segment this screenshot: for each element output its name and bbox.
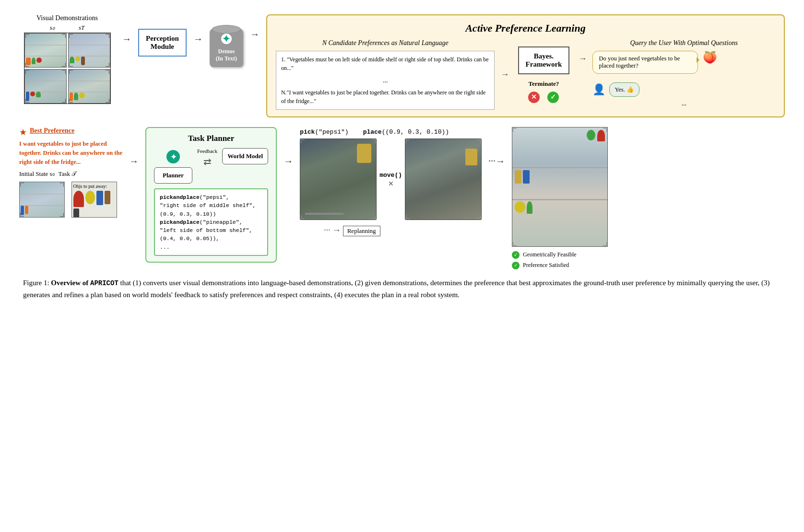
chat-bubble-user: Yes. 👍 xyxy=(609,82,639,97)
query-ellipsis: ... xyxy=(592,100,775,107)
apl-title: Active Preference Learning xyxy=(276,22,775,35)
visual-demos-column: Visual Demonstrations s₀ sT xyxy=(19,14,115,104)
satisfied-label: Preference Satisfied xyxy=(523,262,569,268)
caption-overview-bold: Overview of xyxy=(51,279,88,287)
code-line-6: (0.4, 0.0, 0.05)), xyxy=(160,234,262,243)
demo-cell-2 xyxy=(68,33,110,68)
sT-label: sT xyxy=(79,24,84,32)
move-label: move() xyxy=(379,172,402,179)
world-model-box: World Model xyxy=(222,148,268,164)
ellipsis-mid: ... xyxy=(281,75,490,85)
objs-label: Objs to put away: xyxy=(73,184,115,189)
feedback-arrows: ⇄ xyxy=(203,156,212,167)
task-planner-column: Task Planner ✦ Planner Feedback ⇄ World … xyxy=(145,127,277,263)
move-arrows: ✕ xyxy=(388,180,394,188)
bottom-section: ★ Best Preference I want vegetables to j… xyxy=(19,127,785,270)
world-model-label: World Model xyxy=(227,152,263,160)
perception-module-box: PerceptionModule xyxy=(138,29,187,57)
openai-icon: ✦ xyxy=(221,34,232,44)
chat-bubble-assistant: Do you just need vegetables to be placed… xyxy=(592,51,698,74)
chat-assistant-row: Do you just need vegetables to be placed… xyxy=(592,51,775,79)
caption-apricot: APRICOT xyxy=(90,279,118,287)
final-fridge-img xyxy=(512,127,607,246)
arrow-bayes-to-query: → xyxy=(578,54,587,64)
final-fridge-image xyxy=(512,127,608,247)
robot-imgs-row: move() ✕ xyxy=(300,139,482,220)
feasible-row: ✓ Geometrically Feasible xyxy=(512,250,577,260)
code-line-1: pickandplace("pepsi", xyxy=(160,193,262,201)
yes-circle: ✓ xyxy=(547,92,559,103)
code-line-7: ... xyxy=(160,243,262,251)
state-cell-task: Objs to put away: xyxy=(71,182,117,218)
fridge-shelf-2 xyxy=(512,199,607,200)
demo-grid xyxy=(24,33,111,104)
initial-state-label: Initial State s₀ xyxy=(19,170,55,178)
arrow-to-replanning: → xyxy=(332,225,341,235)
best-pref-text: I want vegetables to just be placed toge… xyxy=(19,139,122,166)
best-pref-title: Best Preference xyxy=(30,127,74,135)
bayes-framework-box: Bayes.Framework xyxy=(518,46,570,74)
best-pref-title-row: ★ Best Preference xyxy=(19,127,122,138)
star-icon: ★ xyxy=(19,127,27,138)
peach-icon: 🍑 xyxy=(703,51,717,64)
no-circle: ✕ xyxy=(528,92,540,103)
shelf-line xyxy=(305,213,343,215)
candidate-1-text: 1. "Vegetables must be on left side of m… xyxy=(281,55,490,72)
yes-no-row: ✕ ✓ xyxy=(528,92,559,103)
satisfied-check: ✓ xyxy=(512,262,520,269)
candidates-column: N Candidate Preferences as Natural Langu… xyxy=(276,39,495,110)
planner-title: Task Planner xyxy=(154,134,268,143)
code-line-5: "left side of bottom shelf", xyxy=(160,226,262,234)
bayes-title: Bayes.Framework xyxy=(526,52,562,69)
main-container: Visual Demonstrations s₀ sT xyxy=(19,14,785,301)
code-line-4: pickandplace("pineapple", xyxy=(160,218,262,226)
state-cell-initial xyxy=(19,182,65,218)
task-objects xyxy=(73,191,115,218)
dots-replanning-row: ··· → Replanning xyxy=(300,224,482,236)
code-box: pickandplace("pepsi", "right side of mid… xyxy=(154,188,268,256)
robot-labels-row: pick("pepsi") place((0.9, 0.3, 0.10)) xyxy=(300,127,482,136)
task-label: Task 𝒯 xyxy=(59,170,76,178)
code-line-3: (0.9, 0.3, 0.10)) xyxy=(160,210,262,218)
demos-cylinder: ✦ Demos(In Text) xyxy=(210,29,243,67)
robot-images-column: pick("pepsi") place((0.9, 0.3, 0.10)) xyxy=(300,127,482,236)
drink-obj xyxy=(73,208,79,218)
s0-label: s₀ xyxy=(50,24,55,32)
apl-inner: N Candidate Preferences as Natural Langu… xyxy=(276,39,775,110)
pepper-obj xyxy=(73,191,84,207)
query-column: Query the User With Optimal Questions Do… xyxy=(592,39,775,110)
feasible-check: ✓ xyxy=(512,251,520,259)
demos-box: ✦ Demos(In Text) xyxy=(210,29,243,67)
final-mustard xyxy=(515,170,521,184)
fridge-shelf-1 xyxy=(512,167,607,168)
arrow-candidates-to-bayes: → xyxy=(500,69,509,80)
final-pineapple xyxy=(515,201,525,213)
final-pepsi xyxy=(523,170,530,184)
bayes-column: Bayes.Framework Terminate? ✕ ✓ xyxy=(515,39,572,110)
user-avatar-icon: 👤 xyxy=(592,83,605,96)
chat-question-text: Do you just need vegetables to be placed… xyxy=(599,55,680,69)
chat-user-row: 👤 Yes. 👍 xyxy=(592,82,775,97)
pick-label-row: pick("pepsi") xyxy=(300,127,348,136)
bottle-pepsi xyxy=(357,144,371,163)
candidate-n-text: N."I want vegetables to just be placed t… xyxy=(281,88,490,105)
state-grid: Objs to put away: xyxy=(19,182,122,218)
visual-demos-title: Visual Demonstrations xyxy=(36,14,98,22)
replanning-label: Replanning xyxy=(343,226,380,236)
bottle-placed xyxy=(465,149,477,165)
final-veggie2 xyxy=(527,201,532,214)
arrow-robot-to-final: ···→ xyxy=(488,127,505,167)
arrow-demos-to-apl: → xyxy=(250,14,260,40)
planner-module-box: Planner xyxy=(154,167,192,184)
query-title: Query the User With Optimal Questions xyxy=(592,39,775,47)
demos-label: Demos(In Text) xyxy=(216,48,237,62)
feasible-label: Geometrically Feasible xyxy=(523,251,577,258)
feedback-label: Feedback xyxy=(197,148,217,154)
robot-pick-image xyxy=(300,139,377,220)
code-line-2: "right side of middle shelf", xyxy=(160,201,262,209)
final-image-column: ✓ Geometrically Feasible ✓ Preference Sa… xyxy=(512,127,608,270)
demo-cell-1 xyxy=(24,33,67,68)
arrow-perception-to-demos: → xyxy=(193,14,203,45)
arrow-demos-to-perception: → xyxy=(122,14,131,45)
apl-container: Active Preference Learning N Candidate P… xyxy=(266,14,785,117)
